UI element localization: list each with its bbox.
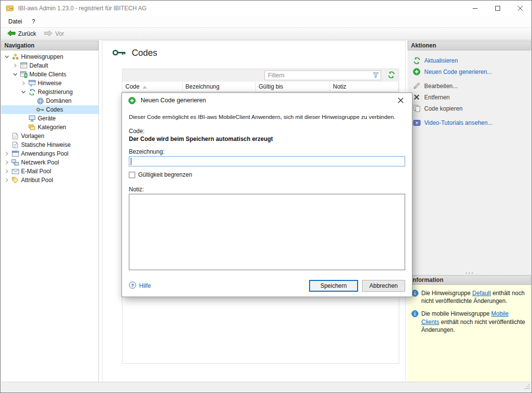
tree-item-registrierung[interactable]: Registrierung: [1, 88, 98, 96]
chevron-down-icon[interactable]: [11, 70, 19, 78]
tree-item-hinweisgruppen[interactable]: Hinweisgruppen: [1, 52, 98, 61]
info-link[interactable]: Default: [472, 290, 491, 297]
page-title-row: Codes: [112, 48, 157, 58]
tree-item-hinweise[interactable]: Hinweise: [1, 79, 98, 88]
tree-item-label: E-Mail Pool: [20, 168, 51, 175]
refresh-icon: [412, 57, 421, 65]
tree-item-domaenen[interactable]: Domänen: [1, 96, 98, 105]
column-header-gueltig-bis[interactable]: Gültig bis: [256, 82, 330, 92]
code-value: Der Code wird beim Speichern automatisch…: [129, 136, 405, 142]
action-video-tutorials[interactable]: Video-Tutorials ansehen...: [412, 117, 531, 128]
tree-item-attribut-pool[interactable]: Attribut Pool: [1, 176, 98, 185]
mobile-hinweisgruppe-icon: [19, 70, 28, 78]
column-label: Notiz: [333, 83, 346, 90]
help-label: Hilfe: [139, 282, 151, 289]
filter-input[interactable]: [265, 70, 381, 80]
geraete-icon: [27, 115, 36, 122]
pencil-icon: [412, 82, 421, 90]
tree-item-vorlagen[interactable]: Vorlagen: [1, 132, 98, 140]
text-caret: [131, 158, 131, 165]
tree-item-label: Hinweisgruppen: [20, 53, 63, 60]
domaenen-icon: [36, 97, 45, 105]
action-label: Aktualisieren: [424, 57, 458, 64]
back-arrow-icon: [7, 30, 16, 38]
actions-header: Aktionen: [408, 41, 531, 50]
menu-item-datei[interactable]: Datei: [3, 17, 27, 26]
close-button[interactable]: [509, 0, 532, 16]
tree-item-mobile-clients[interactable]: Mobile Clients: [1, 70, 98, 79]
tree-item-label: Geräte: [36, 115, 56, 122]
panel-splitter-handle[interactable]: [408, 270, 531, 275]
tree-item-label: Vorlagen: [20, 133, 44, 139]
tree-item-label: Kategorien: [36, 124, 66, 131]
chevron-right-icon[interactable]: [3, 176, 11, 184]
menu-item-hilfe[interactable]: ?: [27, 17, 40, 26]
tree-item-label: Hinweise: [36, 80, 62, 87]
dialog-close-button[interactable]: [394, 95, 407, 106]
bezeichnung-input[interactable]: [129, 156, 405, 166]
checkbox-unchecked[interactable]: [129, 172, 135, 178]
netzwerk-pool-icon: [11, 159, 20, 166]
gueltigkeit-checkbox-row[interactable]: Gültigkeit begrenzen: [129, 171, 405, 178]
help-link[interactable]: ? Hilfe: [129, 281, 151, 290]
tree-item-statische-hinweise[interactable]: Statische Hinweise: [1, 140, 98, 149]
tree-item-label: Codes: [45, 106, 63, 113]
column-header-bezeichnung[interactable]: Bezeichnung: [183, 82, 256, 92]
information-notes: Die Hinweisgruppe Default enthält noch n…: [408, 285, 531, 383]
chevron-down-icon[interactable]: [20, 88, 27, 96]
tree-item-email-pool[interactable]: E-Mail Pool: [1, 167, 98, 176]
chevron-right-icon[interactable]: [20, 79, 27, 87]
action-neuen-code-generieren[interactable]: Neuen Code generieren...: [412, 66, 531, 77]
back-button[interactable]: Zurück: [3, 29, 40, 39]
refresh-button[interactable]: [387, 71, 396, 80]
notiz-label: Notiz:: [129, 186, 405, 193]
action-entfernen[interactable]: Entfernen: [412, 92, 531, 103]
kategorien-icon: [27, 123, 36, 131]
chevron-right-icon[interactable]: [3, 159, 11, 166]
navigation-panel: Navigation HinweisgruppenDefaultMobile C…: [1, 41, 99, 383]
filter-strip: [122, 69, 399, 82]
action-bearbeiten[interactable]: Bearbeiten...: [412, 80, 531, 92]
tree-item-label: Statische Hinweise: [20, 141, 71, 148]
column-header-code[interactable]: Code: [122, 82, 183, 92]
save-button[interactable]: Speichern: [309, 280, 358, 292]
chevron-right-icon[interactable]: [3, 167, 11, 175]
dialog-footer: ? Hilfe Speichern Abbrechen: [129, 280, 405, 292]
filter-icon[interactable]: [372, 72, 379, 80]
minimize-button[interactable]: [464, 0, 486, 16]
info-icon: [411, 310, 418, 319]
title-bar[interactable]: IBI-aws Admin 1.23.0 - registriert für I…: [0, 0, 532, 16]
tree-item-kategorien[interactable]: Kategorien: [1, 123, 98, 132]
column-header-notiz[interactable]: Notiz: [330, 82, 399, 92]
right-panel: Aktionen AktualisierenNeuen Code generie…: [408, 41, 531, 383]
action-aktualisieren[interactable]: Aktualisieren: [412, 55, 531, 66]
tree-item-anwendungs-pool[interactable]: Anwendungs Pool: [1, 149, 98, 158]
tree-item-label: Attribut Pool: [20, 177, 53, 184]
tree-item-netzwerk-pool[interactable]: Netzwerk Pool: [1, 158, 98, 167]
key-icon: [36, 106, 45, 114]
tree-item-default[interactable]: Default: [1, 61, 98, 70]
add-icon: [128, 96, 136, 104]
dialog-buttons: Speichern Abbrechen: [309, 280, 405, 292]
info-note: Die Hinweisgruppe Default enthält noch n…: [411, 289, 527, 305]
bezeichnung-label: Bezeichnung:: [129, 148, 405, 155]
tree-item-codes[interactable]: Codes: [1, 105, 98, 114]
forward-label: Vor: [55, 30, 64, 37]
actions-list: AktualisierenNeuen Code generieren...Bea…: [408, 50, 531, 270]
action-label: Neuen Code generieren...: [424, 69, 492, 75]
tree-item-geraete[interactable]: Geräte: [1, 114, 98, 123]
dialog-titlebar[interactable]: Neuen Code generieren: [122, 93, 412, 108]
chevron-right-icon[interactable]: [11, 62, 19, 69]
action-code-kopieren[interactable]: Code kopieren: [412, 103, 531, 114]
expander-spacer: [3, 141, 11, 149]
notiz-textarea[interactable]: [129, 194, 405, 270]
cancel-button[interactable]: Abbrechen: [362, 280, 405, 292]
maximize-button[interactable]: [486, 0, 509, 16]
chevron-down-icon[interactable]: [3, 53, 11, 61]
green-plus-icon: [412, 68, 421, 76]
chevron-right-icon[interactable]: [3, 150, 11, 158]
resize-grip[interactable]: [524, 384, 530, 391]
anwendungs-pool-icon: [11, 150, 20, 158]
forward-button[interactable]: Vor: [41, 29, 68, 39]
expander-spacer: [3, 132, 11, 140]
